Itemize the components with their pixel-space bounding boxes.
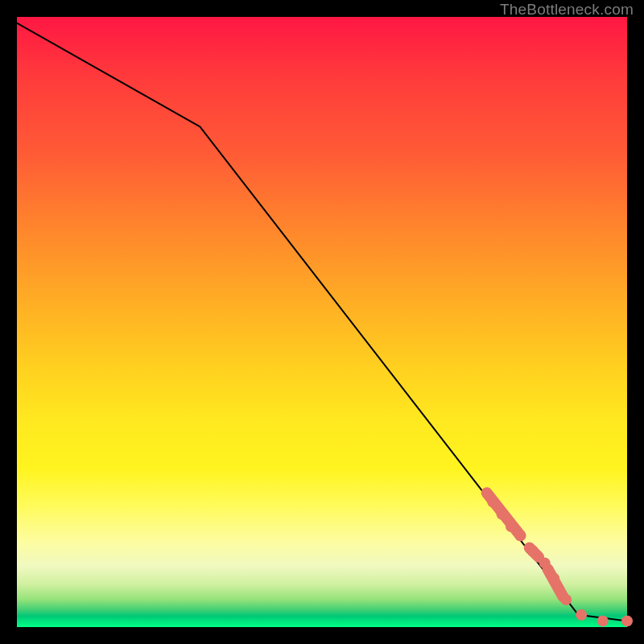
series-line (17, 23, 627, 621)
chart-overlay (17, 17, 627, 627)
data-marker (497, 509, 508, 520)
data-marker (597, 615, 609, 626)
data-marker (621, 615, 633, 626)
credit-label: TheBottleneck.com (500, 1, 634, 19)
data-marker (560, 594, 572, 605)
data-marker (548, 572, 559, 584)
chart-stage: TheBottleneck.com (0, 0, 644, 644)
data-marker (576, 609, 587, 621)
data-marker (539, 557, 551, 568)
data-marker (527, 545, 539, 556)
data-marker (506, 521, 517, 532)
data-marker (487, 497, 498, 508)
data-marker (514, 530, 526, 541)
